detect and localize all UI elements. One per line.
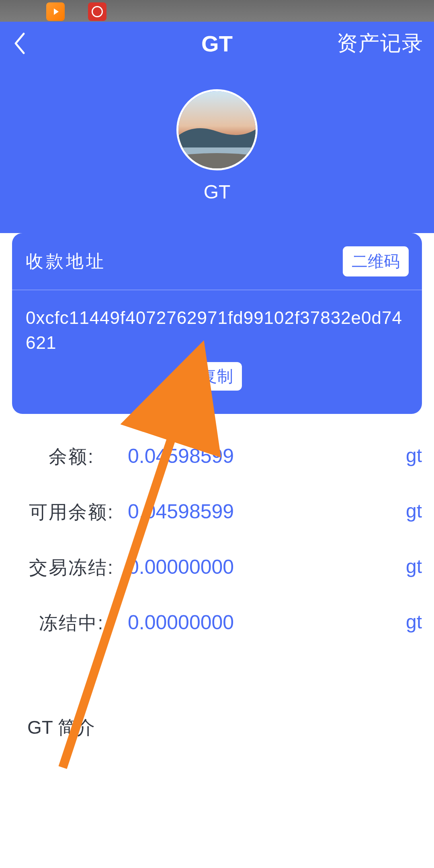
receive-address-label: 收款地址 xyxy=(26,250,106,273)
token-avatar xyxy=(176,89,258,170)
address-block: 0xcfc11449f4072762971fd99102f37832e0d746… xyxy=(12,290,422,414)
page-title: GT xyxy=(201,31,233,57)
notification-app-icon[interactable] xyxy=(46,2,65,21)
freezing-value: 0.00000000 xyxy=(128,611,234,634)
freezing-label: 冻结中: xyxy=(18,611,125,636)
token-image-icon xyxy=(178,91,256,168)
token-intro-heading: GT 简介 xyxy=(27,715,95,740)
available-balance-value: 0.04598599 xyxy=(128,500,234,523)
balance-value: 0.04598599 xyxy=(128,444,234,468)
chevron-left-icon xyxy=(12,32,26,55)
status-bar xyxy=(0,0,434,22)
card-header: 收款地址 二维码 xyxy=(12,233,422,290)
balance-unit: gt xyxy=(406,555,422,577)
balance-unit: gt xyxy=(406,611,422,633)
wallet-address[interactable]: 0xcfc11449f4072762971fd99102f37832e0d746… xyxy=(26,305,408,355)
balance-label: 余额: xyxy=(18,444,125,469)
trade-frozen-label: 交易冻结: xyxy=(18,555,125,580)
balance-row: 冻结中: 0.00000000 gt xyxy=(18,611,422,636)
nav-bar: GT 资产记录 xyxy=(0,22,434,65)
notification-tray xyxy=(46,2,106,21)
receive-address-card: 收款地址 二维码 0xcfc11449f4072762971fd99102f37… xyxy=(12,233,422,414)
balance-row: 可用余额: 0.04598599 gt xyxy=(18,500,422,525)
token-name: GT xyxy=(176,181,258,203)
copy-button[interactable]: 复制 xyxy=(192,362,242,391)
header: GT 资产记录 GT xyxy=(0,22,434,233)
asset-records-link[interactable]: 资产记录 xyxy=(337,29,424,57)
balance-row: 交易冻结: 0.00000000 gt xyxy=(18,555,422,580)
back-button[interactable] xyxy=(7,31,31,55)
available-balance-label: 可用余额: xyxy=(18,500,125,525)
balance-unit: gt xyxy=(406,444,422,467)
token-identity: GT xyxy=(176,89,258,203)
balance-row: 余额: 0.04598599 gt xyxy=(18,444,422,469)
qr-code-button[interactable]: 二维码 xyxy=(342,245,410,278)
balance-list: 余额: 0.04598599 gt 可用余额: 0.04598599 gt 交易… xyxy=(18,444,422,666)
trade-frozen-value: 0.00000000 xyxy=(128,555,234,579)
notification-app-icon[interactable] xyxy=(88,2,106,21)
balance-unit: gt xyxy=(406,500,422,522)
